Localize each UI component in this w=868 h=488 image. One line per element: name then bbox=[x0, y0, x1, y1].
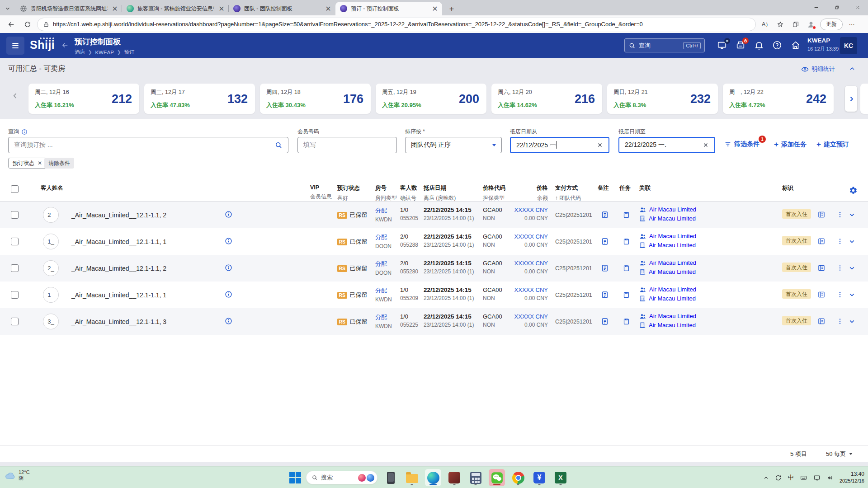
row-menu-icon[interactable] bbox=[836, 211, 844, 219]
company-link[interactable]: Air Macau Limited bbox=[649, 215, 696, 222]
row-menu-icon[interactable] bbox=[836, 317, 844, 325]
create-booking-button[interactable]: + 建立预订 bbox=[816, 140, 849, 149]
guest-info-icon[interactable] bbox=[225, 291, 232, 298]
per-page-select[interactable]: 50 每页 bbox=[826, 450, 853, 458]
guest-info-icon[interactable] bbox=[225, 237, 232, 245]
room-assign-link[interactable]: 分配 bbox=[375, 260, 392, 268]
row-checkbox[interactable] bbox=[11, 318, 19, 325]
taskbar-search-input[interactable]: 搜索 bbox=[306, 471, 377, 484]
availability-card[interactable]: 周五, 12月 19 入住率 20.95% 200 bbox=[376, 84, 486, 114]
sync-tray-icon[interactable] bbox=[775, 474, 782, 481]
speaker-icon[interactable] bbox=[826, 474, 834, 481]
task-icon[interactable] bbox=[623, 211, 630, 219]
availability-card[interactable]: 周三, 12月 17 入住率 47.83% 132 bbox=[144, 84, 255, 114]
room-assign-link[interactable]: 分配 bbox=[375, 286, 392, 295]
wechat-icon[interactable] bbox=[489, 469, 505, 486]
excel-icon[interactable]: X bbox=[552, 469, 569, 486]
col-notes[interactable]: 备注 bbox=[598, 184, 609, 192]
collapse-section-icon[interactable] bbox=[849, 65, 856, 72]
price-link[interactable]: XXXXX CNY bbox=[514, 233, 548, 240]
calculator-icon[interactable] bbox=[467, 469, 484, 486]
availability-card[interactable]: 周日, 12月 21 入住率 8.3% 232 bbox=[607, 84, 718, 114]
browser-tab-3[interactable]: 团队 - 团队控制面板 ✕ bbox=[229, 2, 335, 15]
task-icon[interactable] bbox=[623, 291, 630, 299]
row-menu-icon[interactable] bbox=[836, 264, 844, 272]
row-expand-icon[interactable] bbox=[848, 264, 856, 272]
file-explorer-icon[interactable] bbox=[404, 469, 420, 486]
company-link[interactable]: Air Macau Limited bbox=[649, 295, 696, 302]
ime-keyboard-icon[interactable] bbox=[800, 474, 807, 481]
carousel-prev-icon[interactable] bbox=[11, 91, 20, 100]
filter-conditions-button[interactable]: 筛选条件1 bbox=[724, 140, 760, 148]
browser-update-button[interactable]: 更新 bbox=[820, 19, 843, 30]
note-icon[interactable] bbox=[601, 211, 609, 219]
row-checkbox[interactable] bbox=[11, 211, 19, 219]
query-input[interactable]: 查询预订按 ... bbox=[8, 137, 288, 153]
row-expand-icon[interactable] bbox=[848, 291, 856, 299]
company-link[interactable]: Air Macau Limited bbox=[649, 286, 696, 293]
guest-name[interactable]: _Air_Macau_Limited__12.1-1.1, 2 bbox=[71, 211, 166, 219]
minimize-button[interactable] bbox=[806, 0, 826, 14]
reservation-row[interactable]: 3_ _Air_Macau_Limited__12.1-1.1, 3 RS 已保… bbox=[0, 308, 868, 335]
col-status[interactable]: 预订状态喜好 bbox=[337, 184, 360, 202]
col-tasks[interactable]: 任务 bbox=[619, 184, 631, 192]
row-checkbox[interactable] bbox=[11, 238, 19, 245]
company-link[interactable]: Air Macau Limited bbox=[649, 259, 696, 266]
breadcrumb-property[interactable]: KWEAP bbox=[95, 50, 114, 55]
company-link[interactable]: Air Macau Limited bbox=[649, 206, 696, 213]
browser-menu-icon[interactable]: ⋯ bbox=[845, 18, 858, 31]
note-icon[interactable] bbox=[601, 291, 609, 299]
tab-search-button[interactable] bbox=[0, 2, 15, 15]
sort-select[interactable]: 团队代码 正序 bbox=[405, 137, 502, 153]
guest-name[interactable]: _Air_Macau_Limited__12.1-1.1, 2 bbox=[71, 265, 166, 272]
cashiering-terminal-icon[interactable]: ✕ bbox=[717, 40, 728, 51]
browser-tab-2[interactable]: 旅客查询 - 紫楠旅馆业治安信息管 ✕ bbox=[122, 2, 229, 15]
row-expand-icon[interactable] bbox=[848, 318, 856, 325]
clear-icon[interactable] bbox=[597, 142, 603, 148]
address-bar[interactable]: https://cn1.web.ep.shiji.world/individua… bbox=[37, 18, 756, 31]
col-payment[interactable]: 支付方式↑ 团队代码 bbox=[555, 184, 581, 202]
status-filter-chip[interactable]: 预订状态 ✕ bbox=[8, 158, 47, 169]
start-button[interactable] bbox=[289, 472, 301, 483]
company-link[interactable]: Air Macau Limited bbox=[649, 233, 696, 239]
col-guests[interactable]: 客人数确认号 bbox=[400, 184, 417, 202]
folio-icon[interactable] bbox=[817, 291, 826, 299]
pms-app-icon[interactable] bbox=[446, 469, 462, 486]
col-vip[interactable]: VIP会员信息 bbox=[310, 184, 332, 201]
availability-card[interactable]: 周一, 12月 22 入住率 4.72% 242 bbox=[723, 84, 834, 114]
price-link[interactable]: XXXXX CNY bbox=[514, 260, 548, 267]
clear-icon[interactable] bbox=[703, 142, 709, 148]
availability-card[interactable]: 周六, 12月 20 入住率 14.62% 216 bbox=[491, 84, 602, 114]
price-link[interactable]: XXXXX CNY bbox=[514, 206, 548, 213]
row-menu-icon[interactable] bbox=[836, 237, 844, 245]
note-icon[interactable] bbox=[601, 317, 609, 325]
hidden-icons-chevron[interactable] bbox=[763, 475, 769, 481]
global-search-input[interactable]: 查询 Ctrl+/ bbox=[624, 38, 705, 52]
tab-close-icon[interactable]: ✕ bbox=[111, 5, 118, 12]
company-link[interactable]: Air Macau Limited bbox=[649, 268, 696, 275]
arrival-to-input[interactable]: 22/12/2025 一. bbox=[618, 137, 715, 153]
row-expand-icon[interactable] bbox=[848, 211, 856, 219]
arrival-from-input[interactable]: 22/12/2025 一 bbox=[510, 137, 609, 153]
clear-filters-chip[interactable]: 清除条件 bbox=[44, 158, 74, 169]
company-link[interactable]: Air Macau Limited bbox=[649, 313, 696, 319]
col-links[interactable]: 关联 bbox=[639, 184, 651, 192]
notifications-bell-icon[interactable] bbox=[754, 40, 765, 51]
reservation-row[interactable]: 2_ _Air_Macau_Limited__12.1-1.1, 2 RS 已保… bbox=[0, 202, 868, 228]
guest-name[interactable]: _Air_Macau_Limited__12.1-1.1, 3 bbox=[71, 318, 166, 325]
company-link[interactable]: Air Macau Limited bbox=[649, 242, 696, 249]
room-assign-link[interactable]: 分配 bbox=[375, 206, 392, 215]
member-input[interactable]: 填写 bbox=[297, 137, 397, 153]
table-settings-gear-icon[interactable] bbox=[849, 186, 858, 195]
collections-icon[interactable] bbox=[789, 18, 802, 31]
weather-widget[interactable]: 12°C阴 bbox=[5, 469, 30, 481]
room-assign-link[interactable]: 分配 bbox=[375, 233, 392, 241]
price-link[interactable]: XXXXX CNY bbox=[514, 313, 548, 320]
price-link[interactable]: XXXXX CNY bbox=[514, 286, 548, 293]
search-icon[interactable] bbox=[274, 141, 283, 149]
folio-icon[interactable] bbox=[817, 237, 826, 245]
finance-app-icon[interactable]: ¥ bbox=[531, 469, 547, 486]
refresh-icon[interactable] bbox=[21, 18, 34, 31]
chip-remove-icon[interactable]: ✕ bbox=[38, 160, 42, 166]
page-back-icon[interactable] bbox=[61, 41, 69, 49]
